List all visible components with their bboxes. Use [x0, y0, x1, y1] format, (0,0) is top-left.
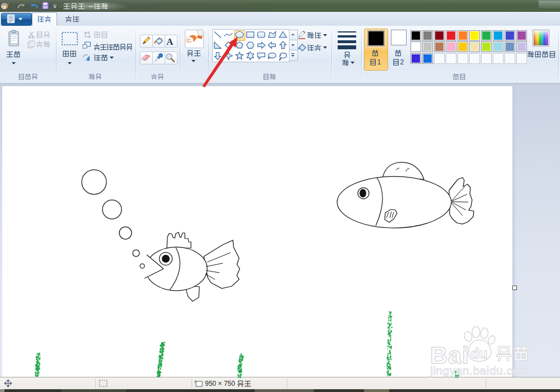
- svg-text:jingyan.baidu.com: jingyan.baidu.com: [430, 364, 530, 377]
- svg-text:du: du: [470, 346, 488, 361]
- svg-text:1: 1: [377, 58, 381, 66]
- svg-text:A: A: [166, 36, 174, 47]
- svg-text:950 × 750: 950 × 750: [205, 380, 235, 388]
- svg-text:2: 2: [400, 58, 404, 66]
